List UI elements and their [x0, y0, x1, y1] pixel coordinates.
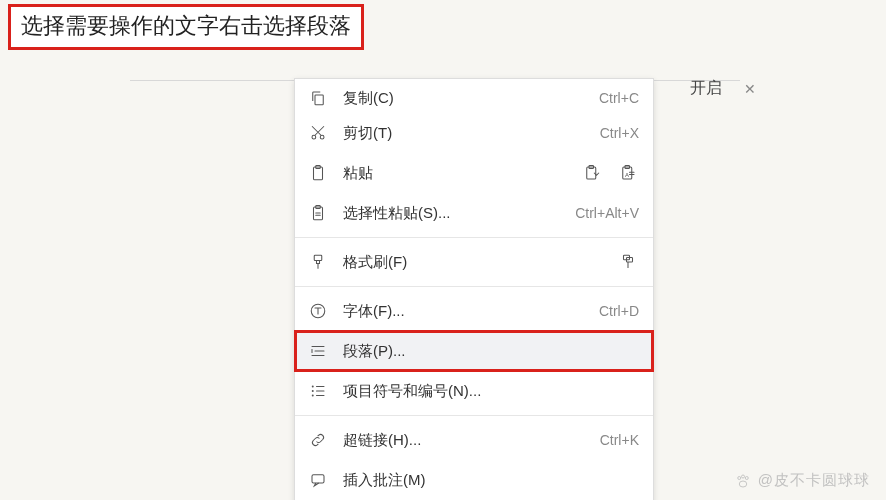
svg-rect-0	[315, 95, 323, 105]
svg-point-22	[745, 476, 748, 479]
menu-separator	[295, 415, 653, 416]
menu-label: 超链接(H)...	[343, 431, 600, 450]
paste-text-only-icon[interactable]: A	[617, 162, 639, 184]
menu-item-paste[interactable]: 粘贴 A	[295, 153, 653, 193]
menu-item-bullets[interactable]: 项目符号和编号(N)...	[295, 371, 653, 411]
svg-rect-19	[312, 475, 324, 483]
menu-item-font[interactable]: 字体(F)... Ctrl+D	[295, 291, 653, 331]
paste-keep-format-icon[interactable]	[581, 162, 603, 184]
paste-options: A	[581, 162, 639, 184]
menu-label: 插入批注(M)	[343, 471, 639, 490]
bullets-icon	[307, 380, 329, 402]
menu-item-copy[interactable]: 复制(C) Ctrl+C	[295, 83, 653, 113]
svg-point-2	[320, 135, 324, 139]
font-icon	[307, 300, 329, 322]
format-painter-dual-icon[interactable]	[617, 251, 639, 273]
copy-icon	[307, 87, 329, 109]
menu-shortcut: Ctrl+Alt+V	[575, 205, 639, 221]
instruction-text: 选择需要操作的文字右击选择段落	[21, 13, 351, 38]
tab-label: 开启	[690, 78, 722, 99]
format-painter-icon	[307, 251, 329, 273]
svg-point-23	[739, 481, 747, 487]
menu-shortcut: Ctrl+C	[599, 90, 639, 106]
cut-icon	[307, 122, 329, 144]
paragraph-icon	[307, 340, 329, 362]
svg-rect-12	[314, 255, 322, 260]
tab-strip-fragment: 开启 ✕	[690, 78, 756, 99]
menu-label: 粘贴	[343, 164, 581, 183]
menu-separator	[295, 237, 653, 238]
menu-label: 复制(C)	[343, 89, 599, 108]
close-icon[interactable]: ✕	[744, 81, 756, 97]
menu-item-format-painter[interactable]: 格式刷(F)	[295, 242, 653, 282]
menu-item-cut[interactable]: 剪切(T) Ctrl+X	[295, 113, 653, 153]
menu-label: 剪切(T)	[343, 124, 600, 143]
svg-point-20	[738, 476, 741, 479]
link-icon	[307, 429, 329, 451]
menu-label: 选择性粘贴(S)...	[343, 204, 575, 223]
menu-item-paragraph[interactable]: 段落(P)...	[295, 331, 653, 371]
menu-shortcut: Ctrl+X	[600, 125, 639, 141]
watermark-text: @皮不卡圆球球	[758, 471, 870, 490]
svg-point-18	[312, 395, 314, 397]
paste-icon	[307, 162, 329, 184]
svg-point-1	[312, 135, 316, 139]
svg-text:A: A	[625, 172, 629, 178]
instruction-callout: 选择需要操作的文字右击选择段落	[8, 4, 364, 50]
menu-label: 字体(F)...	[343, 302, 599, 321]
menu-label: 段落(P)...	[343, 342, 639, 361]
paste-special-icon	[307, 202, 329, 224]
svg-point-16	[312, 386, 314, 388]
menu-item-paste-special[interactable]: 选择性粘贴(S)... Ctrl+Alt+V	[295, 193, 653, 233]
paw-icon	[734, 472, 752, 490]
svg-point-21	[741, 475, 744, 478]
menu-shortcut: Ctrl+K	[600, 432, 639, 448]
menu-separator	[295, 286, 653, 287]
format-painter-options	[617, 251, 639, 273]
svg-point-17	[312, 390, 314, 392]
menu-shortcut: Ctrl+D	[599, 303, 639, 319]
context-menu: 复制(C) Ctrl+C 剪切(T) Ctrl+X 粘贴 A 选择性粘贴(S).…	[294, 78, 654, 500]
comment-icon	[307, 469, 329, 491]
menu-item-comment[interactable]: 插入批注(M)	[295, 460, 653, 500]
menu-label: 项目符号和编号(N)...	[343, 382, 639, 401]
menu-item-hyperlink[interactable]: 超链接(H)... Ctrl+K	[295, 420, 653, 460]
watermark: @皮不卡圆球球	[734, 471, 870, 490]
menu-label: 格式刷(F)	[343, 253, 617, 272]
